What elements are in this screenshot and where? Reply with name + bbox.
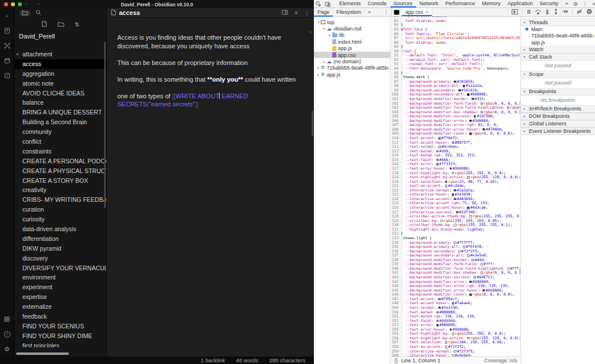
- file-item[interactable]: CRIBS- MY WRITING FEEDBACK FORM: [14, 195, 106, 205]
- section-header-scope[interactable]: ▾Scope: [521, 71, 595, 78]
- file-item[interactable]: discovery: [14, 254, 106, 263]
- color-swatch[interactable]: [452, 332, 455, 335]
- inspect-element-icon[interactable]: [314, 1, 323, 7]
- chevron-down-icon[interactable]: ▾: [524, 72, 527, 76]
- file-explorer-tab[interactable]: [20, 10, 30, 16]
- file-item[interactable]: CREATE A PERSONAL PODCAST: [14, 156, 106, 166]
- color-swatch[interactable]: [474, 115, 477, 118]
- file-item[interactable]: experiment: [14, 282, 106, 292]
- color-swatch[interactable]: [450, 167, 452, 170]
- code-line[interactable]: 88 font-display: swap;: [391, 40, 520, 45]
- file-item[interactable]: community: [14, 127, 106, 137]
- vault-title[interactable]: David_Perell: [14, 31, 106, 41]
- step-over-icon[interactable]: [535, 9, 541, 16]
- quick-switcher-icon[interactable]: [0, 23, 14, 38]
- toggle-debugger-sidebar-icon[interactable]: [512, 9, 518, 16]
- chevron-right-icon[interactable]: ▸: [524, 122, 527, 125]
- section-header-breakpoints[interactable]: ▾Breakpoints: [521, 88, 595, 95]
- section-header-event-listener-breakpoints[interactable]: ▸Event Listener Breakpoints: [521, 128, 595, 135]
- file-item[interactable]: curation: [14, 205, 106, 214]
- color-swatch[interactable]: [436, 150, 439, 153]
- color-swatch[interactable]: [482, 128, 485, 131]
- chevron-down-icon[interactable]: ▾: [322, 27, 327, 30]
- file-item[interactable]: CREATE A STORY BOX: [14, 176, 106, 186]
- color-swatch[interactable]: [467, 176, 470, 179]
- nav-tab-filesystem[interactable]: Filesystem: [333, 8, 364, 17]
- collapse-sidebar-icon[interactable]: ‹: [0, 8, 14, 23]
- file-item[interactable]: curiosity: [14, 214, 106, 224]
- color-swatch[interactable]: [471, 259, 474, 262]
- file-item[interactable]: feedback: [14, 312, 106, 321]
- color-swatch[interactable]: [481, 102, 483, 105]
- collapse-right-sidebar-icon[interactable]: ‹: [309, 28, 312, 35]
- color-swatch[interactable]: [445, 346, 448, 348]
- folder-item[interactable]: ▸attachment: [14, 49, 106, 59]
- file-item[interactable]: FIND YOUR SCENIUS: [14, 321, 106, 331]
- file-item[interactable]: AVOID CLICHÉ IDEAS: [14, 89, 106, 98]
- thread-item[interactable]: 71babb55-9ea6-48f9-a65b-113c6…: [521, 33, 595, 40]
- daily-note-icon[interactable]: [0, 53, 14, 68]
- file-item[interactable]: data-driven analysis: [14, 224, 106, 234]
- color-swatch[interactable]: [440, 220, 443, 223]
- file-item[interactable]: differentiation: [14, 234, 106, 244]
- color-swatch[interactable]: [481, 111, 483, 114]
- editor-scrollbar[interactable]: [312, 110, 313, 136]
- tree-item-app.js[interactable]: app.js: [314, 45, 390, 52]
- file-item[interactable]: externalize: [14, 302, 106, 312]
- history-back-icon[interactable]: ←: [24, 1, 29, 6]
- color-swatch[interactable]: [454, 350, 456, 353]
- code-line[interactable]: 160 --interactive-hover: #e9e9e9;: [391, 353, 520, 357]
- color-swatch[interactable]: [454, 198, 456, 201]
- color-swatch[interactable]: [467, 337, 470, 340]
- color-swatch[interactable]: [507, 106, 510, 109]
- color-swatch[interactable]: [469, 215, 472, 218]
- code-line[interactable]: 131 --highlight-mix-blend-mode: lighten;: [391, 227, 520, 232]
- tree-item-obsidian.md[interactable]: ▾☁obsidian.md: [314, 25, 390, 32]
- preview-toggle-icon[interactable]: [282, 10, 288, 16]
- color-swatch[interactable]: [445, 341, 448, 344]
- close-file-tab-icon[interactable]: ×: [425, 9, 428, 15]
- tab-performance[interactable]: Performance: [442, 0, 479, 7]
- file-item[interactable]: conflict: [14, 137, 106, 147]
- color-swatch[interactable]: [458, 89, 461, 92]
- color-swatch[interactable]: [445, 185, 448, 187]
- close-pane-icon[interactable]: ×: [294, 10, 298, 16]
- color-swatch[interactable]: [467, 254, 470, 257]
- graph-view-icon[interactable]: [0, 38, 14, 53]
- code-area[interactable]: 82 font-style: italic;83 font-display: s…: [391, 17, 520, 357]
- file-item[interactable]: Building a Second Brain: [14, 117, 106, 127]
- color-swatch[interactable]: [436, 320, 439, 323]
- step-icon[interactable]: [562, 9, 568, 15]
- chevron-right-icon[interactable]: ▸: [316, 66, 321, 70]
- new-folder-button[interactable]: [57, 19, 64, 29]
- history-forward-icon[interactable]: →: [36, 1, 40, 6]
- color-swatch[interactable]: [456, 211, 459, 214]
- step-out-icon[interactable]: [554, 9, 558, 16]
- vertical-scrollbar[interactable]: [104, 41, 106, 208]
- file-item[interactable]: constraints: [14, 147, 106, 156]
- file-item[interactable]: creativity: [14, 185, 106, 195]
- color-swatch[interactable]: [452, 193, 455, 196]
- color-swatch[interactable]: [463, 85, 466, 87]
- code-line[interactable]: 83 font-display: swap;: [391, 18, 520, 23]
- color-swatch[interactable]: [469, 132, 472, 135]
- file-item[interactable]: FIND YOUR SHINY DIME: [14, 331, 106, 341]
- collapse-arrow-icon[interactable]: ▸: [17, 49, 19, 59]
- chevron-down-icon[interactable]: ▾: [524, 90, 527, 93]
- color-swatch[interactable]: [438, 298, 441, 301]
- file-item[interactable]: access: [14, 59, 106, 69]
- color-swatch[interactable]: [463, 246, 466, 248]
- close-window-button[interactable]: [4, 2, 8, 6]
- color-swatch[interactable]: [452, 141, 455, 144]
- chevron-down-icon[interactable]: ▾: [316, 21, 321, 24]
- chevron-right-icon[interactable]: ▸: [328, 33, 332, 37]
- tab-sources[interactable]: Sources: [390, 0, 416, 7]
- nav-tab-[interactable]: »: [364, 8, 374, 17]
- file-item[interactable]: environment: [14, 273, 106, 282]
- minimize-window-button[interactable]: [11, 2, 15, 6]
- pane-menu-icon[interactable]: ⋮: [304, 10, 310, 16]
- chevron-down-icon[interactable]: ▾: [524, 21, 527, 24]
- nav-tab-page[interactable]: Page: [314, 8, 333, 17]
- color-swatch[interactable]: [481, 271, 483, 274]
- color-swatch[interactable]: [507, 267, 510, 270]
